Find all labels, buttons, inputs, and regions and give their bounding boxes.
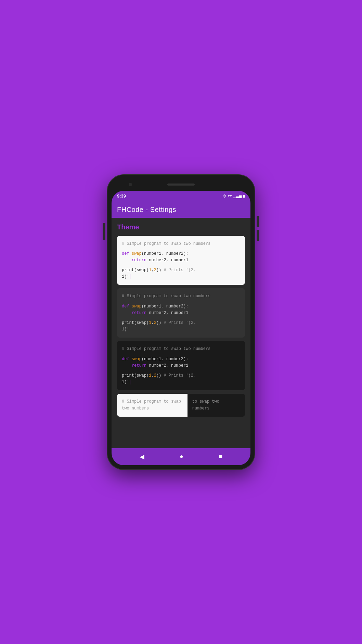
content-area[interactable]: Theme # Simple program to swap two numbe… — [112, 218, 250, 448]
code-line-comment2: # Simple program to swap two numbers — [122, 293, 240, 300]
notch-area — [112, 179, 250, 190]
status-app-icon: ⏱ — [223, 194, 227, 198]
split-comment-right: to swap two — [192, 399, 240, 405]
recent-button[interactable]: ■ — [219, 453, 222, 460]
code-block-black: # Simple program to swap two numbers def… — [117, 341, 245, 390]
code-line-comment: # Simple program to swap two numbers — [122, 241, 240, 247]
code-line-def2: def swap(number1, number2): — [122, 303, 240, 310]
battery-icon: ▮ — [243, 194, 245, 198]
home-button[interactable]: ● — [180, 453, 183, 460]
app-bar: FHCode - Settings — [112, 202, 250, 218]
cursor2 — [130, 380, 130, 384]
split-numbers: numbers — [192, 405, 240, 412]
code-line-print2: 1)' — [122, 274, 240, 280]
split-right: to swap two numbers — [188, 394, 245, 416]
status-icons: ⏱ ▾▾ ▁▃▅ ▮ — [223, 194, 245, 198]
bottom-nav: ◀ ● ■ — [112, 448, 250, 465]
status-time: 9:39 — [117, 193, 126, 199]
vol-up-button[interactable] — [257, 216, 259, 227]
split-comment: # Simple program to swap two numbers — [122, 399, 183, 412]
code-line-comment3: # Simple program to swap two numbers — [122, 346, 240, 352]
code-line-return2: return number2, number1 — [122, 310, 240, 316]
code-line-def3: def swap(number1, number2): — [122, 356, 240, 363]
speaker — [167, 184, 195, 186]
code-line-def: def swap(number1, number2): — [122, 251, 240, 257]
code-line-print6: 1)' — [122, 379, 240, 386]
back-button[interactable]: ◀ — [140, 453, 144, 460]
code-block-dark-gray: # Simple program to swap two numbers def… — [117, 288, 245, 338]
code-line-print3: print(swap(1,2)) # Prints '(2, — [122, 320, 240, 326]
phone-frame: 9:39 ⏱ ▾▾ ▁▃▅ ▮ FHCode - Settings Theme … — [107, 175, 255, 469]
split-inner: # Simple program to swap two numbers to … — [117, 394, 245, 416]
power-button[interactable] — [103, 223, 105, 240]
status-bar: 9:39 ⏱ ▾▾ ▁▃▅ ▮ — [112, 191, 250, 202]
vol-down-button[interactable] — [257, 230, 259, 241]
cursor — [130, 274, 130, 279]
split-left: # Simple program to swap two numbers — [117, 394, 188, 416]
code-block-split: # Simple program to swap two numbers to … — [117, 394, 245, 416]
app-bar-title: FHCode - Settings — [117, 206, 176, 213]
code-line-return: return number2, number1 — [122, 257, 240, 264]
wifi-icon: ▾▾ — [228, 194, 232, 198]
code-block-light: # Simple program to swap two numbers def… — [117, 236, 245, 285]
signal-icon: ▁▃▅ — [233, 194, 242, 198]
code-line-print4: 1)' — [122, 326, 240, 333]
code-line-return3: return number2, number1 — [122, 363, 240, 369]
code-line-print5: print(swap(1,2)) # Prints '(2, — [122, 372, 240, 379]
code-line-print: print(swap(1,2)) # Prints '(2, — [122, 267, 240, 274]
phone-screen: 9:39 ⏱ ▾▾ ▁▃▅ ▮ FHCode - Settings Theme … — [112, 191, 250, 465]
theme-heading: Theme — [117, 223, 245, 231]
front-camera — [129, 183, 132, 186]
